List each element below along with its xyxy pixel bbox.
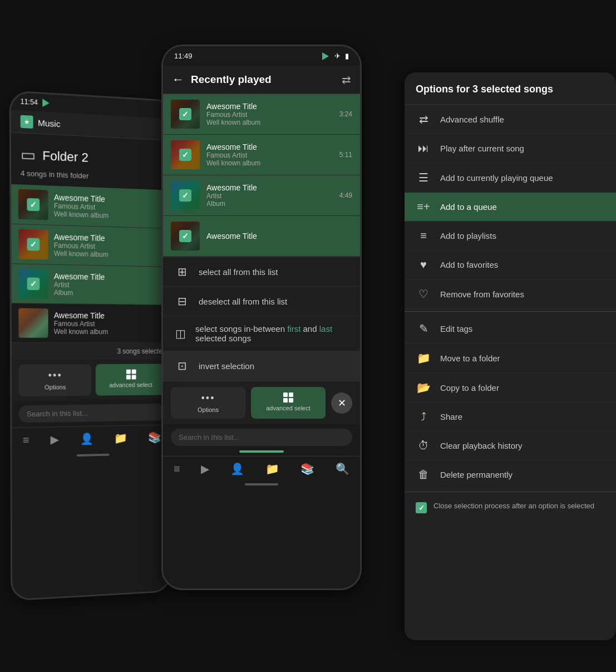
center-nav-library[interactable]: 📚: [300, 462, 314, 475]
center-nav-person[interactable]: 👤: [230, 462, 244, 475]
center-info-3: Awesome Title Artist Album: [206, 183, 333, 208]
left-song-item-2[interactable]: Awesome Title Famous Artist Well known a…: [11, 224, 173, 267]
nav-folder-icon[interactable]: 📁: [114, 431, 128, 445]
album-art-2: [18, 229, 48, 259]
nav-person-icon[interactable]: 👤: [80, 432, 93, 445]
opt-play-after[interactable]: ⏭ Play after current song: [405, 134, 616, 163]
shuffle-icon-opt: ⇄: [416, 112, 431, 126]
select-actions-panel: ⊞ select all from this list ⊟ deselect a…: [163, 257, 360, 381]
selection-count-left: 3 songs selected: [12, 343, 173, 360]
select-between-icon: ◫: [174, 327, 186, 340]
options-button-left[interactable]: ••• Options: [18, 364, 91, 396]
left-time: 11:54: [21, 97, 38, 107]
header-title: Recently played: [191, 73, 335, 86]
cancel-button[interactable]: ✕: [331, 393, 352, 414]
playlist-icon: ≡: [416, 229, 431, 242]
trash-icon: 🗑: [416, 468, 431, 481]
home-indicator-left: [77, 454, 110, 457]
center-art-2: [171, 140, 200, 169]
center-info-1: Awesome Title Famous Artist Well known a…: [206, 102, 333, 126]
deselect-all-action[interactable]: ⊟ deselect all from this list: [163, 287, 360, 316]
edit-icon: ✎: [416, 322, 431, 335]
star-folder-icon: ★: [21, 115, 33, 129]
add-queue-icon: ≡+: [416, 200, 431, 213]
opt-delete[interactable]: 🗑 Delete permanently: [405, 460, 616, 489]
invert-label: invert selection: [199, 361, 254, 371]
select-between-action[interactable]: ◫ select songs in-between first and last…: [163, 316, 360, 351]
nav-library-icon[interactable]: 📚: [148, 431, 161, 444]
left-phone: 11:54 ★ Music ▭ Folder 2 4 songs in this…: [9, 90, 176, 601]
album-art-4: [18, 308, 48, 337]
center-header: ← Recently played ⇄: [163, 66, 360, 94]
left-action-bar: ••• Options advanced select: [12, 360, 172, 401]
opt-add-queue-playing[interactable]: ☰ Add to currently playing queue: [405, 163, 616, 193]
shuffle-icon[interactable]: ⇄: [342, 73, 351, 86]
folder-title: Folder 2: [42, 148, 88, 165]
center-info-4: Awesome Title: [206, 232, 352, 241]
airplane-icon: ✈: [334, 52, 341, 60]
select-between-label: select songs in-between first and last s…: [195, 324, 349, 343]
deselect-all-label: deselect all from this list: [199, 297, 287, 306]
center-three-dots: •••: [201, 393, 215, 404]
bottom-nav-center: ≡ ▶ 👤 📁 📚 🔍: [163, 456, 360, 481]
clock-icon: ⏱: [416, 439, 431, 452]
divider-1: [405, 311, 616, 312]
close-checkbox[interactable]: [416, 502, 427, 513]
share-icon: ⤴: [416, 410, 431, 423]
center-info-2: Awesome Title Famous Artist Well known a…: [206, 143, 333, 167]
song-info-1: Awesome Title Famous Artist Well known a…: [54, 193, 167, 222]
center-options-button[interactable]: ••• Options: [171, 387, 245, 419]
advanced-select-button-left[interactable]: advanced select: [96, 364, 166, 396]
opt-advanced-shuffle[interactable]: ⇄ Advanced shuffle: [405, 105, 616, 134]
back-button[interactable]: ←: [172, 72, 184, 87]
center-song-4[interactable]: Awesome Title: [163, 216, 360, 257]
battery-icon: ▮: [345, 52, 349, 60]
song-info-3: Awesome Title Artist Album: [54, 272, 167, 298]
opt-remove-favorites[interactable]: ♡ Remove from favorites: [405, 279, 616, 309]
select-all-label: select all from this list: [199, 267, 278, 277]
deselect-all-icon: ⊟: [174, 295, 190, 308]
play-next-icon: ⏭: [416, 142, 431, 155]
nav-queue-icon[interactable]: ≡: [23, 434, 29, 447]
center-song-1[interactable]: Awesome Title Famous Artist Well known a…: [163, 94, 360, 135]
folder-icon: ▭: [21, 145, 36, 165]
select-all-action[interactable]: ⊞ select all from this list: [163, 257, 360, 287]
grid-select-icon: [126, 370, 136, 380]
center-art-1: [171, 100, 200, 129]
opt-copy-folder[interactable]: 📂 Copy to a folder: [405, 373, 616, 403]
left-song-item-4[interactable]: Awesome Title Famous Artist Well known a…: [12, 303, 173, 343]
center-art-4: [171, 222, 200, 251]
album-art-3: [18, 269, 48, 299]
opt-clear-history[interactable]: ⏱ Clear playback history: [405, 431, 616, 460]
opt-share[interactable]: ⤴ Share: [405, 403, 616, 431]
invert-selection-action[interactable]: ⊡ invert selection: [163, 351, 360, 381]
close-label: Close selection process after an option …: [433, 501, 594, 511]
center-nav-play[interactable]: ▶: [201, 462, 209, 475]
center-grid-icon: [283, 393, 293, 403]
folder-copy-icon: 📂: [416, 381, 431, 394]
search-bar-center[interactable]: Search in this list...: [171, 429, 352, 446]
center-nav-queue[interactable]: ≡: [174, 463, 180, 475]
center-nav-search[interactable]: 🔍: [336, 462, 349, 475]
opt-move-folder[interactable]: 📁 Move to a folder: [405, 344, 616, 373]
opt-add-playlists[interactable]: ≡ Add to playlists: [405, 222, 616, 251]
opt-edit-tags[interactable]: ✎ Edit tags: [405, 314, 616, 344]
left-song-item-1[interactable]: Awesome Title Famous Artist Well known a…: [11, 184, 174, 229]
center-time: 11:49: [174, 52, 193, 60]
options-panel: Options for 3 selected songs ⇄ Advanced …: [405, 72, 616, 640]
center-song-2[interactable]: Awesome Title Famous Artist Well known a…: [163, 135, 360, 175]
center-adv-button[interactable]: advanced select: [251, 387, 326, 419]
opt-add-favorites[interactable]: ♥ Add to favorites: [405, 251, 616, 279]
center-song-3[interactable]: Awesome Title Artist Album 4:49: [163, 175, 360, 216]
heart-empty-icon: ♡: [416, 287, 431, 301]
left-song-item-3[interactable]: Awesome Title Artist Album: [12, 264, 173, 305]
center-play-icon: [322, 52, 330, 60]
search-bar-left[interactable]: Search in this list...: [19, 404, 166, 423]
album-art-1: [18, 189, 48, 220]
opt-add-queue[interactable]: ≡+ Add to a queue: [405, 193, 616, 222]
center-art-3: [171, 181, 200, 210]
center-nav-folder[interactable]: 📁: [265, 462, 279, 475]
nav-play-icon[interactable]: ▶: [51, 433, 59, 446]
close-after-option-row[interactable]: Close selection process after an option …: [405, 494, 616, 520]
song-info-2: Awesome Title Famous Artist Well known a…: [54, 232, 167, 260]
